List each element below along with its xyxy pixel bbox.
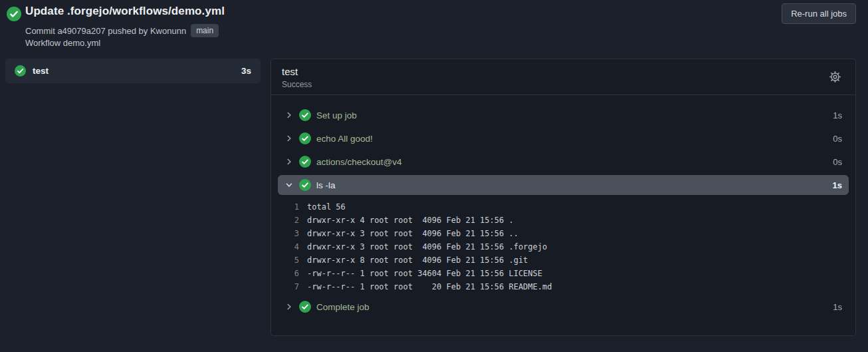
step-log-output: 1 total 56 2 drwxr-xr-x 4 root root 4096… — [278, 200, 849, 293]
step-success-icon — [299, 156, 311, 168]
step-row-setup-job[interactable]: Set up job 1s — [278, 105, 849, 125]
job-panel-header: test Success — [271, 59, 855, 95]
step-duration: 1s — [833, 302, 842, 312]
page-title: Update .forgejo/workflows/demo.yml — [25, 5, 225, 18]
step-label: Set up job — [316, 110, 357, 120]
step-row-ls-la[interactable]: ls -la 1s — [278, 175, 849, 195]
step-label: echo All good! — [316, 134, 373, 144]
step-label: actions/checkout@v4 — [316, 157, 402, 167]
chevron-right-icon[interactable] — [284, 134, 294, 143]
step-row-echo-all-good[interactable]: echo All good! 0s — [278, 128, 849, 148]
log-line: 3 drwxr-xr-x 3 root root 4096 Feb 21 15:… — [278, 227, 849, 240]
job-name: test — [33, 66, 49, 76]
log-line-number: 1 — [278, 200, 307, 214]
workflow-text: Workflow demo.yml — [25, 38, 100, 48]
step-row-complete-job[interactable]: Complete job 1s — [278, 297, 849, 317]
log-line-text: drwxr-xr-x 8 root root 4096 Feb 21 15:56… — [307, 254, 528, 267]
log-line: 2 drwxr-xr-x 4 root root 4096 Feb 21 15:… — [278, 214, 849, 227]
log-line-number: 7 — [278, 280, 307, 293]
job-success-icon — [15, 65, 26, 77]
step-duration: 1s — [833, 110, 842, 120]
log-line: 1 total 56 — [278, 200, 849, 214]
log-line-number: 2 — [278, 214, 307, 227]
step-row-actions-checkout[interactable]: actions/checkout@v4 0s — [278, 152, 849, 172]
job-panel-status: Success — [282, 79, 845, 90]
sidebar-job-test[interactable]: test 3s — [5, 59, 261, 83]
commit-line: Commit a49079a207 pushed by Kwonunn main — [25, 24, 219, 37]
step-success-icon — [299, 301, 311, 313]
log-line-text: drwxr-xr-x 3 root root 4096 Feb 21 15:56… — [307, 227, 518, 240]
chevron-right-icon[interactable] — [284, 110, 294, 120]
step-success-icon — [299, 179, 311, 191]
step-duration: 1s — [833, 180, 842, 190]
gear-icon[interactable] — [829, 71, 841, 83]
job-duration: 3s — [241, 66, 251, 76]
log-line: 4 drwxr-xr-x 3 root root 4096 Feb 21 15:… — [278, 240, 849, 254]
commit-text[interactable]: Commit a49079a207 pushed by Kwonunn — [25, 26, 186, 36]
chevron-down-icon[interactable] — [284, 180, 294, 190]
log-line: 7 -rw-r--r-- 1 root root 20 Feb 21 15:56… — [278, 280, 849, 293]
step-duration: 0s — [833, 134, 842, 144]
step-label: Complete job — [316, 302, 370, 312]
step-list: Set up job 1s echo All good! 0s actions/… — [271, 95, 855, 317]
step-success-icon — [299, 109, 311, 121]
chevron-right-icon[interactable] — [284, 302, 294, 311]
log-line-text: -rw-r--r-- 1 root root 20 Feb 21 15:56 R… — [307, 280, 552, 293]
log-line-number: 3 — [278, 227, 307, 240]
log-line-number: 6 — [278, 267, 307, 280]
log-line-text: -rw-r--r-- 1 root root 34604 Feb 21 15:5… — [307, 267, 542, 280]
log-line: 6 -rw-r--r-- 1 root root 34604 Feb 21 15… — [278, 267, 849, 280]
workflow-run-page: Update .forgejo/workflows/demo.yml Commi… — [0, 0, 868, 352]
log-line-number: 5 — [278, 254, 307, 267]
job-panel-title: test — [282, 65, 845, 79]
rerun-all-jobs-button[interactable]: Re-run all jobs — [782, 3, 856, 24]
chevron-right-icon[interactable] — [284, 157, 294, 166]
job-detail-panel: test Success Set up job 1s echo All good… — [271, 59, 856, 336]
step-label: ls -la — [316, 180, 336, 190]
step-success-icon — [299, 132, 311, 144]
branch-badge[interactable]: main — [191, 24, 219, 37]
log-line-text: drwxr-xr-x 3 root root 4096 Feb 21 15:56… — [307, 240, 547, 254]
log-line-text: total 56 — [307, 200, 346, 214]
log-line-number: 4 — [278, 240, 307, 254]
run-success-icon — [7, 7, 21, 21]
log-line-text: drwxr-xr-x 4 root root 4096 Feb 21 15:56… — [307, 214, 514, 227]
log-line: 5 drwxr-xr-x 8 root root 4096 Feb 21 15:… — [278, 254, 849, 267]
step-duration: 0s — [833, 157, 842, 167]
